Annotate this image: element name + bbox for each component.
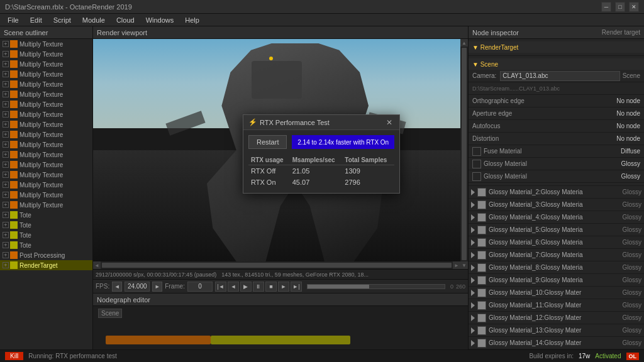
fps-increase-button[interactable]: ► — [152, 282, 162, 292]
maximize-button[interactable]: □ — [615, 2, 625, 12]
material-row-6[interactable]: Glossy Material_8:Glossy MateriaGlossy — [469, 261, 644, 274]
outliner-item-1[interactable]: +Multiply Texture — [0, 49, 92, 59]
outliner-item-15[interactable]: +Multiply Texture — [0, 190, 92, 200]
viewport-scrollbar-horizontal[interactable]: ◄ ► — [93, 261, 460, 269]
menu-script[interactable]: Script — [48, 14, 76, 26]
play-stop-button[interactable]: ■ — [265, 282, 277, 292]
expand-icon[interactable]: + — [3, 81, 9, 87]
outliner-item-19[interactable]: +Tote — [0, 230, 92, 240]
expand-icon[interactable]: + — [3, 61, 9, 67]
outliner-item-0[interactable]: +Multiply Texture — [0, 39, 92, 49]
outliner-item-16[interactable]: +Multiply Texture — [0, 200, 92, 210]
expand-icon[interactable]: + — [3, 162, 9, 168]
outliner-item-8[interactable]: +Multiply Texture — [0, 119, 92, 129]
play-prev-button[interactable]: ◄ — [228, 282, 239, 292]
outliner-item-14[interactable]: +Multiply Texture — [0, 180, 92, 190]
outliner-item-13[interactable]: +Multiply Texture — [0, 170, 92, 180]
scroll-down-arrow[interactable]: ▼ — [460, 261, 468, 269]
menu-module[interactable]: Module — [77, 14, 110, 26]
expand-icon[interactable]: + — [3, 262, 9, 268]
outliner-item-17[interactable]: +Tote — [0, 210, 92, 220]
rtx-restart-button[interactable]: Restart — [248, 135, 287, 149]
scroll-right-arrow[interactable]: ► — [453, 261, 460, 269]
menu-windows[interactable]: Windows — [141, 14, 179, 26]
play-end-button[interactable]: ►| — [291, 282, 302, 292]
outliner-list[interactable]: +Multiply Texture+Multiply Texture+Multi… — [0, 39, 92, 362]
expand-icon[interactable]: + — [3, 182, 9, 188]
timeline-progress[interactable] — [307, 284, 445, 289]
play-play-button[interactable]: ▶ — [240, 282, 252, 292]
rtx-close-button[interactable]: ✕ — [384, 118, 394, 128]
inspector-scroll-area[interactable]: ▼ RenderTarget ▼ Scene Camera: CLAY1_013… — [469, 39, 644, 362]
menu-file[interactable]: File — [3, 14, 24, 26]
expand-icon[interactable]: + — [3, 111, 9, 118]
play-next-button[interactable]: ► — [278, 282, 289, 292]
expand-icon[interactable]: + — [3, 131, 9, 138]
kill-button[interactable]: Kill — [5, 352, 23, 360]
outliner-item-18[interactable]: +Tote — [0, 220, 92, 230]
outliner-item-4[interactable]: +Multiply Texture — [0, 79, 92, 89]
expand-icon[interactable]: + — [3, 172, 9, 178]
outliner-item-9[interactable]: +Multiply Texture — [0, 129, 92, 140]
expand-icon[interactable]: + — [3, 242, 9, 248]
expand-icon[interactable]: + — [3, 71, 9, 77]
scroll-thumb-vertical[interactable] — [462, 48, 467, 260]
frame-input[interactable] — [187, 282, 213, 292]
outliner-item-22[interactable]: +RenderTarget — [0, 260, 92, 270]
expand-icon[interactable]: + — [3, 91, 9, 97]
expand-icon[interactable]: + — [3, 121, 9, 128]
material-row-10[interactable]: Glossy Material_12:Glossy MaterGlossy — [469, 312, 644, 324]
material-row-9[interactable]: Glossy Material_11:Glossy MaterGlossy — [469, 299, 644, 312]
material-row-4[interactable]: Glossy Material_6:Glossy MateriaGlossy — [469, 236, 644, 249]
material-row-11[interactable]: Glossy Material_13:Glossy MaterGlossy — [469, 324, 644, 337]
render-viewport[interactable]: ▲ ▼ ◄ ► ⚡ RTX Performance Test — [93, 39, 468, 269]
close-button[interactable]: ✕ — [629, 2, 639, 12]
outliner-item-20[interactable]: +Tote — [0, 240, 92, 250]
expand-icon[interactable]: + — [3, 192, 9, 198]
minimize-button[interactable]: ─ — [601, 2, 611, 12]
outliner-item-3[interactable]: +Multiply Texture — [0, 69, 92, 79]
expand-icon[interactable]: + — [3, 41, 9, 47]
expand-icon[interactable]: + — [3, 232, 9, 238]
menu-cloud[interactable]: Cloud — [111, 14, 140, 26]
expand-icon[interactable]: + — [3, 222, 9, 228]
expand-icon[interactable]: + — [3, 151, 9, 158]
material-row-7[interactable]: Glossy Material_9:Glossy MateriaGlossy — [469, 274, 644, 287]
window-controls[interactable]: ─ □ ✕ — [601, 2, 639, 12]
material-row-12[interactable]: Glossy Material_14:Glossy MaterGlossy — [469, 337, 644, 349]
outliner-item-2[interactable]: +Multiply Texture — [0, 59, 92, 69]
camera-value-box[interactable]: CLAY1_013.abc — [500, 71, 619, 81]
expand-icon[interactable]: + — [3, 141, 9, 148]
material-row-0[interactable]: Glossy Material_2:Glossy MateriaGlossy — [469, 186, 644, 199]
material-row-8[interactable]: Glossy Material_10:Glossy MaterGlossy — [469, 287, 644, 299]
expand-icon[interactable]: + — [3, 101, 9, 107]
play-pause-button[interactable]: ⏸ — [253, 282, 264, 292]
outliner-item-6[interactable]: +Multiply Texture — [0, 99, 92, 109]
play-start-button[interactable]: |◄ — [215, 282, 226, 292]
menu-help[interactable]: Help — [180, 14, 204, 26]
outliner-item-12[interactable]: +Multiply Texture — [0, 160, 92, 170]
outliner-item-21[interactable]: +Post Processing — [0, 250, 92, 260]
material-row-2[interactable]: Glossy Material_4:Glossy MateriaGlossy — [469, 211, 644, 224]
outliner-item-5[interactable]: +Multiply Texture — [0, 89, 92, 99]
outliner-item-11[interactable]: +Multiply Texture — [0, 150, 92, 160]
scroll-up-arrow[interactable]: ▲ — [460, 39, 468, 47]
expand-icon[interactable]: + — [3, 212, 9, 218]
outliner-item-10[interactable]: +Multiply Texture — [0, 140, 92, 150]
expand-icon[interactable]: + — [3, 202, 9, 208]
viewport-scrollbar-vertical[interactable]: ▲ ▼ — [460, 39, 468, 269]
fps-decrease-button[interactable]: ◄ — [112, 282, 122, 292]
scroll-left-arrow[interactable]: ◄ — [93, 261, 101, 269]
expand-icon[interactable]: + — [3, 252, 9, 258]
rtx-on-total: 2796 — [342, 177, 394, 188]
material-row-3[interactable]: Glossy Material_5:Glossy MateriaGlossy — [469, 224, 644, 236]
menu-edit[interactable]: Edit — [25, 14, 47, 26]
scroll-thumb-horizontal[interactable] — [102, 263, 452, 268]
material-row-1[interactable]: Glossy Material_3:Glossy MateriaGlossy — [469, 199, 644, 211]
expand-triangle-icon — [471, 202, 475, 208]
expand-icon[interactable]: + — [3, 51, 9, 57]
fps-input[interactable] — [125, 282, 150, 292]
rtx-off-total: 1309 — [342, 165, 394, 177]
material-row-5[interactable]: Glossy Material_7:Glossy MateriaGlossy — [469, 249, 644, 261]
outliner-item-7[interactable]: +Multiply Texture — [0, 109, 92, 119]
